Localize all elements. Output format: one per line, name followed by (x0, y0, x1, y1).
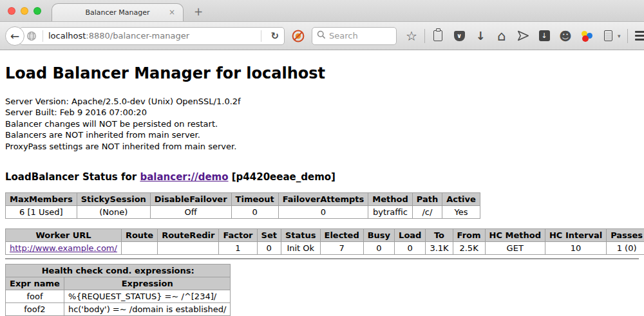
cell-hc-interval: 10 (545, 242, 606, 255)
search-input[interactable] (329, 31, 387, 41)
col-status: Status (281, 229, 320, 242)
worker-url-link[interactable]: http://www.example.com/ (10, 243, 117, 253)
cell-worker-url: http://www.example.com/ (6, 242, 122, 255)
address-text[interactable]: localhost:8880/balancer-manager (48, 31, 256, 41)
table-header-row: Expr name Expression (6, 277, 231, 290)
chevron-down-icon[interactable]: ▾ (618, 33, 621, 39)
worker-status-table: Worker URL Route RouteRedir Factor Set S… (5, 228, 644, 255)
table-row: 6 [1 Used] (None) Off 0 0 bytraffic /c/ … (6, 206, 480, 219)
col-factor: Factor (219, 229, 257, 242)
col-hc-interval: HC Interval (545, 229, 606, 242)
cell-factor: 1 (219, 242, 257, 255)
toolbar-divider (424, 29, 425, 43)
cell-elected: 7 (320, 242, 363, 255)
balancer-link[interactable]: balancer://demo (140, 171, 228, 183)
video-download-icon[interactable]: ↓ (538, 29, 551, 43)
smiley-icon[interactable]: ☻ (559, 29, 572, 43)
col-expr-name: Expr name (6, 277, 64, 290)
cell-route (121, 242, 157, 255)
cell-disablefailover: Off (150, 206, 231, 219)
proxypass-notice-line: ProxyPass settings are NOT inherited fro… (5, 141, 639, 152)
cell-routeredir (158, 242, 219, 255)
toolbar-divider (627, 29, 628, 43)
new-tab-button[interactable]: + (194, 5, 203, 18)
menu-hamburger-icon[interactable] (634, 29, 644, 43)
tab-close-icon[interactable]: × (169, 8, 175, 17)
cell-hc-method: GET (485, 242, 545, 255)
clipboard-icon[interactable] (431, 29, 444, 43)
cell-expr-name: foof (6, 290, 64, 303)
col-timeout: Timeout (231, 193, 278, 206)
window-controls (8, 7, 41, 15)
tab-title: Balancer Manager (85, 8, 149, 17)
inherit-notice-line: Balancers are NOT inherited from main se… (5, 129, 639, 140)
globe-icon (25, 29, 38, 43)
reload-icon[interactable]: ↻ (270, 30, 279, 42)
colorful-dots-extension-icon[interactable] (580, 30, 593, 42)
browser-titlebar: Balancer Manager × + (0, 0, 644, 22)
col-stickysession: StickySession (77, 193, 150, 206)
status-prefix: LoadBalancer Status for (5, 171, 140, 183)
server-built-line: Server Built: Feb 9 2016 07:00:20 (5, 107, 639, 118)
url-bar[interactable]: localhost:8880/balancer-manager ↻ (19, 27, 285, 45)
col-failoverattempts: FailoverAttempts (278, 193, 368, 206)
col-busy: Busy (363, 229, 394, 242)
cell-stickysession: (None) (77, 206, 150, 219)
server-version-line: Server Version: Apache/2.5.0-dev (Unix) … (5, 96, 639, 107)
persist-notice-line: Balancer changes will NOT be persisted o… (5, 118, 639, 129)
container-icon[interactable] (601, 29, 614, 43)
col-load: Load (395, 229, 426, 242)
col-disablefailover: DisableFailover (150, 193, 231, 206)
window-minimize-button[interactable] (21, 7, 28, 15)
col-expression: Expression (64, 277, 231, 290)
col-routeredir: RouteRedir (158, 229, 219, 242)
back-button[interactable]: ← (5, 26, 24, 46)
table-header-row: Worker URL Route RouteRedir Factor Set S… (6, 229, 644, 242)
cell-method: bytraffic (368, 206, 412, 219)
url-host: localhost (48, 31, 86, 41)
cell-expression: hc('body') =~ /domain is established/ (64, 303, 231, 316)
page-title: Load Balancer Manager for localhost (5, 64, 639, 82)
col-hc-method: HC Method (485, 229, 545, 242)
table-row: foof %{REQUEST_STATUS} =~ /^[234]/ (6, 290, 231, 303)
browser-tab[interactable]: Balancer Manager × (52, 3, 184, 21)
home-icon[interactable]: ⌂ (495, 29, 508, 43)
col-passes: Passes (607, 229, 644, 242)
col-path: Path (412, 193, 442, 206)
col-method: Method (368, 193, 412, 206)
health-table-title: Health check cond. expressions: (6, 265, 231, 277)
send-plane-icon[interactable] (516, 29, 529, 43)
back-arrow-icon: ← (10, 30, 19, 42)
section-divider (5, 258, 639, 259)
health-check-expressions-table: Health check cond. expressions: Expr nam… (5, 264, 231, 316)
pocket-icon[interactable]: ∨ (453, 29, 466, 43)
col-to: To (426, 229, 453, 242)
cell-timeout: 0 (231, 206, 278, 219)
status-suffix: [p4420eeae_demo] (229, 171, 336, 183)
bookmark-star-icon[interactable]: ☆ (405, 29, 418, 43)
table-header-row: MaxMembers StickySession DisableFailover… (6, 193, 480, 206)
cell-to: 3.1K (426, 242, 453, 255)
search-icon (317, 30, 326, 42)
col-elected: Elected (320, 229, 363, 242)
url-path: :8880/balancer-manager (86, 31, 189, 41)
cell-expr-name: foof2 (6, 303, 64, 316)
col-active: Active (442, 193, 480, 206)
table-row: http://www.example.com/ 1 0 Init Ok 7 0 … (6, 242, 644, 255)
cell-failoverattempts: 0 (278, 206, 368, 219)
window-zoom-button[interactable] (33, 7, 41, 15)
cell-passes: 1 (0) (607, 242, 644, 255)
col-set: Set (257, 229, 281, 242)
urlbar-divider (43, 30, 43, 42)
table-row: foof2 hc('body') =~ /domain is establish… (6, 303, 231, 316)
browser-toolbar: ← localhost:8880/balancer-manager ↻ ☆ ∨ … (0, 22, 644, 50)
search-bar[interactable] (312, 27, 397, 45)
cell-maxmembers: 6 [1 Used] (6, 206, 77, 219)
cell-set: 0 (257, 242, 281, 255)
balancer-settings-table: MaxMembers StickySession DisableFailover… (5, 192, 480, 219)
download-icon[interactable]: ↓ (474, 29, 487, 43)
toolbar-icon-row: ☆ ∨ ↓ ⌂ ↓ ☻ ▾ (405, 29, 644, 43)
cell-active: Yes (442, 206, 480, 219)
plugin-blocked-icon[interactable] (291, 29, 305, 43)
window-close-button[interactable] (8, 7, 15, 15)
